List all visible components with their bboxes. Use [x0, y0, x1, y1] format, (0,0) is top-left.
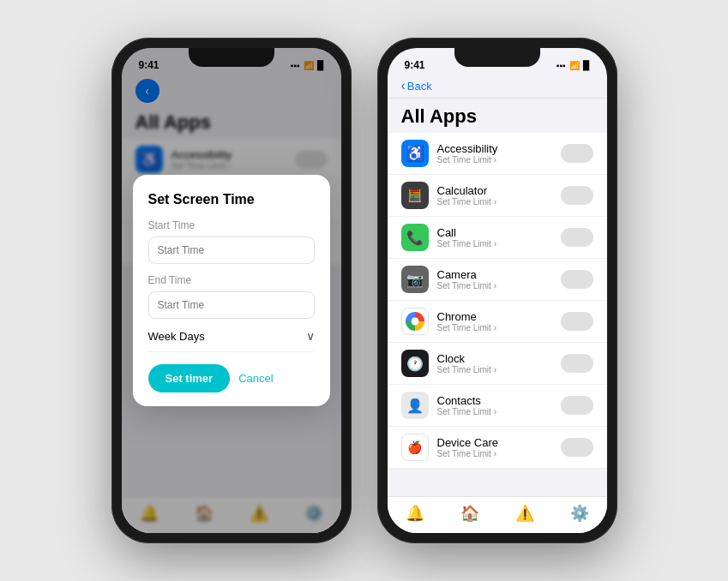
- tab-bar-right: 🔔 🏠 ⚠️ ⚙️: [388, 496, 607, 533]
- app-info-chrome: Chrome Set Time Limit ›: [437, 310, 552, 332]
- tab-settings-right[interactable]: ⚙️: [570, 504, 589, 523]
- list-item: 🍎 Device Care Set Time Limit ›: [388, 427, 607, 469]
- list-item: 👤 Contacts Set Time Limit ›: [388, 385, 607, 427]
- phone-left-screen: 9:41 ▪▪▪ 📶 ▉ ‹ All Apps: [122, 48, 341, 533]
- app-sub-chrome: Set Time Limit ›: [437, 323, 552, 332]
- wifi-icon-right: 📶: [569, 61, 580, 70]
- back-button-right[interactable]: ‹ Back: [401, 79, 432, 93]
- start-time-input[interactable]: [148, 237, 315, 264]
- toggle-calculator[interactable]: [561, 186, 593, 205]
- toggle-accessibility[interactable]: [561, 144, 593, 163]
- toggle-call[interactable]: [561, 228, 593, 247]
- app-sub-clock: Set Time Limit ›: [437, 365, 552, 374]
- toggle-chrome[interactable]: [561, 312, 593, 331]
- app-name-contacts: Contacts: [437, 394, 552, 407]
- list-item: 📞 Call Set Time Limit ›: [388, 217, 607, 259]
- app-info-devicecare: Device Care Set Time Limit ›: [437, 436, 552, 458]
- app-sub-contacts: Set Time Limit ›: [437, 407, 552, 416]
- status-icons-right: ▪▪▪ 📶 ▉: [557, 61, 590, 70]
- modal-card: Set Screen Time Start Time End Time Week…: [133, 175, 330, 406]
- start-time-label: Start Time: [148, 219, 315, 231]
- app-icon-calculator: 🧮: [401, 182, 429, 209]
- notch-right: [454, 48, 540, 67]
- app-name-call: Call: [437, 226, 552, 239]
- list-item: 📷 Camera Set Time Limit ›: [388, 259, 607, 301]
- status-time-right: 9:41: [405, 59, 425, 71]
- battery-icon-right: ▉: [583, 61, 590, 70]
- toggle-camera[interactable]: [561, 270, 593, 289]
- end-time-input[interactable]: [148, 291, 315, 319]
- app-name-chrome: Chrome: [437, 310, 552, 323]
- app-sub-accessibility: Set Time Limit ›: [437, 155, 552, 165]
- phones-container: 9:41 ▪▪▪ 📶 ▉ ‹ All Apps: [111, 38, 617, 543]
- app-sub-calculator: Set Time Limit ›: [437, 197, 552, 207]
- app-sub-call: Set Time Limit ›: [437, 239, 552, 249]
- app-icon-accessibility: ♿: [401, 140, 429, 167]
- modal-title: Set Screen Time: [148, 192, 315, 207]
- app-icon-devicecare: 🍎: [401, 434, 429, 461]
- chevron-down-icon: ∨: [306, 329, 315, 343]
- app-list-right: ♿ Accessibility Set Time Limit › 🧮 Calcu…: [388, 133, 607, 496]
- cancel-button[interactable]: Cancel: [238, 372, 273, 385]
- page-title-right: All Apps: [388, 99, 607, 133]
- app-icon-clock: 🕐: [401, 350, 429, 377]
- app-name-clock: Clock: [437, 352, 552, 365]
- app-info-calculator: Calculator Set Time Limit ›: [437, 184, 552, 207]
- app-icon-chrome: [401, 308, 429, 335]
- screen-content-right: 9:41 ▪▪▪ 📶 ▉ ‹ Back All Apps: [388, 48, 607, 533]
- app-name-accessibility: Accessibility: [437, 142, 552, 155]
- list-item: ♿ Accessibility Set Time Limit ›: [388, 133, 607, 175]
- app-icon-camera: 📷: [401, 266, 429, 293]
- app-info-call: Call Set Time Limit ›: [437, 226, 552, 249]
- week-days-label: Week Days: [148, 330, 205, 343]
- phone-right: 9:41 ▪▪▪ 📶 ▉ ‹ Back All Apps: [377, 38, 617, 543]
- list-item: 🧮 Calculator Set Time Limit ›: [388, 175, 607, 217]
- app-info-contacts: Contacts Set Time Limit ›: [437, 394, 552, 416]
- week-days-dropdown[interactable]: Week Days ∨: [148, 329, 315, 352]
- list-item: Chrome Set Time Limit ›: [388, 301, 607, 343]
- app-name-camera: Camera: [437, 268, 552, 281]
- nav-bar-right: ‹ Back: [388, 75, 607, 99]
- tab-home-right[interactable]: 🏠: [460, 504, 479, 523]
- app-info-clock: Clock Set Time Limit ›: [437, 352, 552, 374]
- modal-actions: Set timer Cancel: [148, 364, 315, 392]
- toggle-contacts[interactable]: [561, 396, 593, 415]
- back-chevron-right: ‹: [401, 79, 406, 93]
- end-time-label: End Time: [148, 274, 315, 286]
- toggle-devicecare[interactable]: [561, 438, 593, 457]
- chrome-icon: [406, 312, 424, 331]
- back-label-right: Back: [407, 80, 432, 93]
- phone-right-screen: 9:41 ▪▪▪ 📶 ▉ ‹ Back All Apps: [388, 48, 607, 533]
- app-name-devicecare: Device Care: [437, 436, 552, 449]
- app-info-accessibility: Accessibility Set Time Limit ›: [437, 142, 552, 165]
- list-item: 🕐 Clock Set Time Limit ›: [388, 343, 607, 385]
- app-sub-devicecare: Set Time Limit ›: [437, 449, 552, 458]
- app-icon-contacts: 👤: [401, 392, 429, 419]
- toggle-clock[interactable]: [561, 354, 593, 373]
- app-info-camera: Camera Set Time Limit ›: [437, 268, 552, 290]
- app-name-calculator: Calculator: [437, 184, 552, 197]
- modal-overlay: Set Screen Time Start Time End Time Week…: [122, 48, 341, 533]
- phone-left: 9:41 ▪▪▪ 📶 ▉ ‹ All Apps: [111, 38, 352, 543]
- set-timer-button[interactable]: Set timer: [148, 364, 231, 392]
- signal-icon-right: ▪▪▪: [557, 61, 566, 70]
- tab-notifications-right[interactable]: 🔔: [406, 504, 424, 523]
- app-icon-call: 📞: [401, 224, 429, 251]
- tab-alerts-right[interactable]: ⚠️: [515, 504, 534, 523]
- app-sub-camera: Set Time Limit ›: [437, 281, 552, 290]
